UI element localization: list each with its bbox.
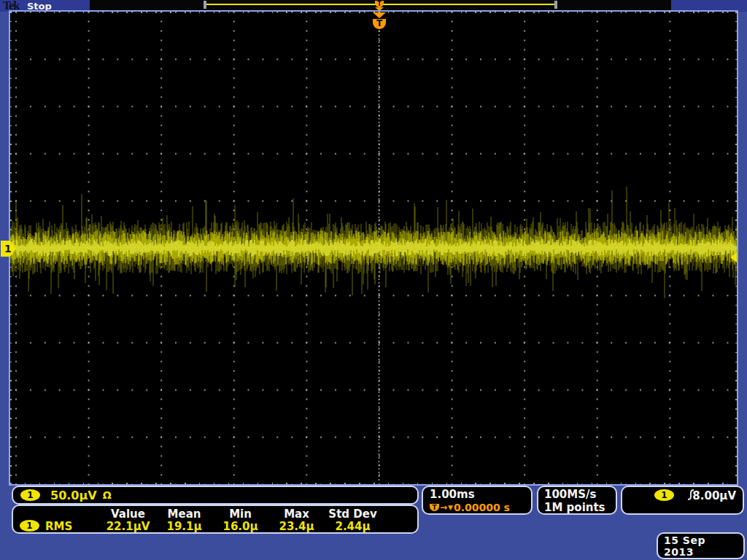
channel1-impedance: Ω <box>103 489 112 501</box>
timebase-scale: 1.00ms <box>430 488 525 501</box>
triangle-down-icon: ▼ <box>448 504 453 511</box>
trigger-t-icon: T <box>430 504 439 511</box>
record-length: 1M points <box>544 501 610 514</box>
sample-rate: 100MS/s <box>544 488 610 501</box>
channel1-readout[interactable]: 1 50.0μV Ω <box>12 486 419 505</box>
trigger-position-value: 0.00000 s <box>454 502 510 513</box>
waveform-trace <box>10 12 737 484</box>
trigger-level-value: 8.00μV <box>692 489 736 502</box>
datetime-readout: 15 Sep 2013 18:37:04 <box>657 532 745 559</box>
header-stddev: Std Dev <box>325 508 381 521</box>
trigger-source-badge: 1 <box>654 489 674 501</box>
measurement-min: 16.0μ <box>212 520 268 533</box>
trigger-arrow-icon[interactable] <box>373 12 386 18</box>
trigger-level-marker[interactable] <box>730 252 737 262</box>
header-max: Max <box>268 508 325 521</box>
measurement-name: RMS <box>45 520 72 533</box>
tek-logo: Tek <box>3 0 19 12</box>
acquisition-readout[interactable]: 100MS/s 1M points <box>537 486 617 515</box>
measurement-source-badge: 1 <box>20 520 39 532</box>
acquisition-status: Stop <box>27 1 52 12</box>
trigger-readout[interactable]: 1 8.00μV <box>621 486 744 515</box>
trigger-arrow-icon <box>375 7 384 11</box>
horizontal-readout[interactable]: 1.00ms T → ▼ 0.00000 s <box>422 486 533 515</box>
header-min: Min <box>212 508 268 521</box>
measurement-readout[interactable]: Value Mean Min Max Std Dev 1 RMS 22.1μV … <box>12 505 419 534</box>
measurement-max: 23.4μ <box>268 520 325 533</box>
record-bracket-right-icon <box>554 1 557 9</box>
record-view-bar: T <box>90 0 671 12</box>
top-status-bar: Tek Stop T <box>0 0 747 12</box>
measurement-stddev: 2.44μ <box>325 520 381 533</box>
measurement-headers: Value Mean Min Max Std Dev <box>100 508 381 521</box>
arrow-right-icon: → <box>440 504 447 511</box>
measurement-mean: 19.1μ <box>156 520 212 533</box>
trigger-position-readout: T → ▼ 0.00000 s <box>430 501 525 513</box>
trigger-t-icon: T <box>375 1 384 7</box>
channel1-scale: 50.0μV <box>50 489 97 502</box>
date-label: 15 Sep 2013 <box>664 534 738 558</box>
measurement-value: 22.1μV <box>100 520 156 533</box>
header-mean: Mean <box>156 508 212 521</box>
record-trigger-position-icon[interactable]: T <box>375 1 384 11</box>
measurement-values: 22.1μV 19.1μ 16.0μ 23.4μ 2.44μ <box>100 520 381 533</box>
header-value: Value <box>100 508 156 521</box>
graticule-screen: T <box>10 12 737 484</box>
channel1-badge: 1 <box>20 489 40 501</box>
